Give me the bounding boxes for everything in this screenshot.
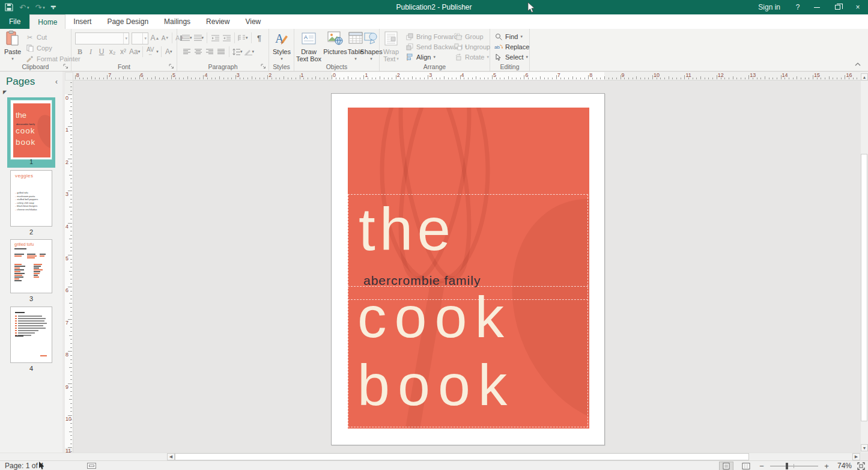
clipboard-dialog-launcher-icon[interactable] (63, 64, 69, 70)
hruler-number: 10 (654, 72, 660, 78)
tab-insert[interactable]: Insert (65, 14, 99, 29)
character-spacing-button[interactable]: AV↔ (145, 46, 155, 57)
pages-panel-expander-icon[interactable]: ◤ (3, 90, 7, 95)
group-button[interactable]: Group (454, 32, 484, 41)
bullets-button[interactable]: ▾ (182, 32, 192, 43)
scroll-up-icon[interactable]: ▲ (861, 73, 868, 81)
subscript-button[interactable]: x₂ (108, 46, 117, 57)
font-color-button[interactable]: A▾ (164, 46, 174, 57)
rotate-button[interactable]: Rotate▾ (454, 52, 489, 62)
align-center-icon[interactable] (193, 46, 203, 57)
styles-dropdown-icon[interactable]: ▾ (281, 55, 283, 63)
pages-panel-collapse-icon[interactable]: ‹ (55, 78, 58, 86)
restore-button[interactable] (827, 0, 848, 14)
justify-icon[interactable] (216, 46, 226, 57)
numbering-button[interactable]: ▾ (194, 32, 204, 43)
paste-button[interactable]: Paste ▾ (2, 30, 23, 63)
zoom-out-button[interactable]: − (759, 462, 765, 470)
vertical-ruler[interactable]: 01234567891011 (65, 81, 73, 453)
superscript-button[interactable]: x² (118, 46, 128, 57)
horizontal-ruler[interactable]: 87654321012345678910111213141516 (73, 72, 861, 81)
two-page-view-button[interactable] (739, 462, 753, 470)
copy-button[interactable]: Copy (25, 43, 52, 53)
cover-title-book[interactable]: book (357, 356, 515, 414)
underline-button[interactable]: U (97, 46, 106, 57)
save-icon[interactable] (5, 3, 13, 11)
paste-dropdown-icon[interactable]: ▾ (11, 55, 14, 63)
canvas[interactable]: the abercrombie family cook book (73, 81, 861, 453)
table-button[interactable]: Table ▾ (347, 30, 364, 63)
help-button[interactable]: ? (789, 0, 807, 14)
sign-in-button[interactable]: Sign in (750, 0, 789, 14)
tab-view[interactable]: View (237, 14, 269, 29)
select-button[interactable]: Select▾ (494, 52, 528, 62)
font-dialog-launcher-icon[interactable] (169, 64, 175, 70)
horizontal-scrollbar[interactable]: ◀ ▶ (0, 453, 861, 460)
redo-button[interactable]: ↷▾ (35, 4, 44, 11)
wrap-text-button[interactable]: Wrap Text▾ (381, 30, 401, 63)
paragraph-borders-button[interactable]: ▾ (244, 46, 255, 57)
objects-group-label: Objects (294, 63, 379, 70)
shapes-dropdown-icon[interactable]: ▾ (370, 55, 372, 63)
fit-page-button[interactable] (857, 462, 865, 470)
tab-review[interactable]: Review (198, 14, 237, 29)
collapse-ribbon-icon[interactable] (855, 63, 861, 66)
scroll-right-icon[interactable]: ▶ (852, 453, 860, 460)
vertical-scroll-thumb[interactable] (861, 154, 867, 421)
columns-button[interactable]: ▾ (238, 32, 248, 43)
page-thumbnail-3[interactable]: grilled tofu (10, 239, 52, 293)
zoom-percentage[interactable]: 74% (835, 462, 852, 470)
page-indicator[interactable]: Page: 1 of 4 (5, 462, 44, 470)
change-case-button[interactable]: Aa▾ (129, 46, 140, 57)
styles-button[interactable]: A Styles ▾ (271, 30, 293, 63)
decrease-indent-icon[interactable] (210, 32, 220, 43)
horizontal-scroll-thumb[interactable] (175, 453, 749, 460)
vertical-scrollbar[interactable]: ▲ ▼ (861, 72, 868, 453)
bold-button[interactable]: B (75, 46, 85, 57)
cover-title-the[interactable]: the (359, 199, 455, 259)
zoom-slider-thumb[interactable] (786, 463, 788, 469)
zoom-slider[interactable] (770, 462, 818, 470)
draw-text-box-button[interactable]: A Draw Text Box (296, 30, 322, 63)
shapes-button[interactable]: Shapes ▾ (363, 30, 380, 63)
tab-file[interactable]: File (0, 14, 29, 29)
increase-indent-icon[interactable] (222, 32, 231, 43)
undo-button[interactable]: ↶▾ (19, 4, 29, 11)
align-left-icon[interactable] (182, 46, 192, 57)
close-button[interactable]: × (848, 0, 868, 14)
publication-page[interactable]: the abercrombie family cook book (331, 93, 605, 445)
show-formatting-marks-button[interactable]: ¶ (255, 32, 264, 43)
character-spacing-dropdown-icon[interactable]: ▾ (156, 49, 159, 54)
cut-button[interactable]: ✂ Cut (25, 32, 47, 42)
undo-dropdown-icon[interactable]: ▾ (27, 5, 29, 10)
ungroup-button[interactable]: Ungroup (454, 42, 490, 52)
font-size-select[interactable]: ▾ (132, 32, 148, 44)
font-name-select[interactable]: ▾ (75, 32, 129, 44)
customize-qat-icon[interactable]: ▬▾ (51, 5, 56, 10)
tab-mailings[interactable]: Mailings (156, 14, 198, 29)
replace-button[interactable]: ab Replace (494, 42, 529, 52)
single-page-view-button[interactable] (719, 462, 733, 470)
grow-font-button[interactable]: A▲ (150, 32, 160, 43)
page-thumbnail-2[interactable]: veggies – grilled tofu– mushroom pasta– … (10, 170, 52, 227)
tab-page-design[interactable]: Page Design (99, 14, 156, 29)
redo-dropdown-icon[interactable]: ▾ (43, 5, 45, 10)
paragraph-dialog-launcher-icon[interactable] (261, 64, 267, 70)
align-right-icon[interactable] (205, 46, 214, 57)
find-button[interactable]: Find▾ (494, 32, 523, 41)
cover-background[interactable]: the abercrombie family cook book (348, 108, 589, 429)
cover-title-cook[interactable]: cook (357, 288, 512, 346)
align-button[interactable]: Align▾ (405, 52, 436, 62)
shrink-font-button[interactable]: A▼ (160, 32, 170, 43)
minimize-button[interactable] (807, 0, 827, 14)
italic-button[interactable]: I (86, 46, 96, 57)
pictures-button[interactable]: Pictures (323, 30, 347, 55)
line-spacing-button[interactable]: ▾ (232, 46, 243, 57)
zoom-in-button[interactable]: + (824, 462, 830, 470)
page-thumbnail-1[interactable]: the abercrombie family cook book 1 (7, 97, 55, 168)
table-dropdown-icon[interactable]: ▾ (354, 55, 357, 63)
tab-home[interactable]: Home (29, 14, 65, 29)
scroll-left-icon[interactable]: ◀ (167, 453, 175, 460)
page-thumbnail-4[interactable] (10, 307, 52, 363)
scroll-down-icon[interactable]: ▼ (861, 444, 868, 451)
